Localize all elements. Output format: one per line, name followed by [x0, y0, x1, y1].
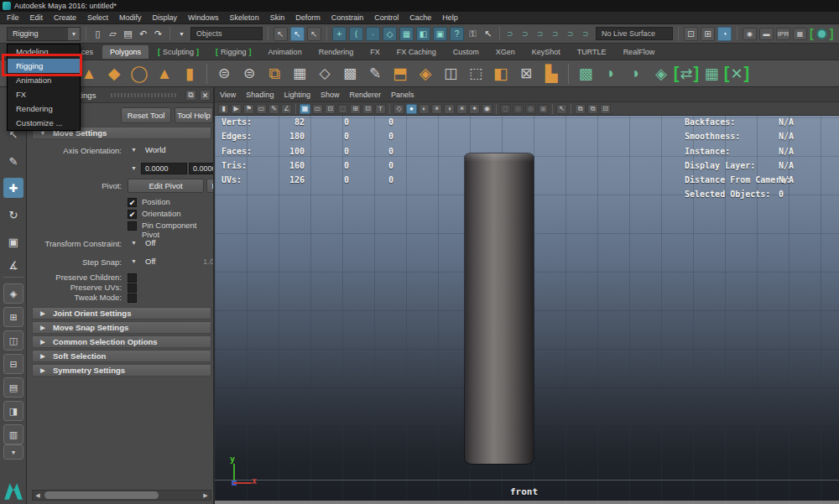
snap-to-curve-icon[interactable]: ⟨ — [349, 27, 363, 41]
horizontal-scrollbar[interactable]: ◀ ▶ — [32, 490, 211, 501]
shelf-tab-custom[interactable]: Custom — [446, 45, 487, 59]
gate-mask-icon[interactable]: ▢ — [337, 104, 348, 114]
xray-icon[interactable]: ◻ — [500, 104, 511, 114]
menu-control[interactable]: Control — [374, 13, 399, 22]
shelf-tab-xgen[interactable]: XGen — [488, 45, 523, 59]
ipr-render-icon[interactable]: IPR — [776, 28, 790, 40]
input-to-selected-icon[interactable]: ⊡ — [684, 27, 698, 41]
reset-pivot-button[interactable]: R — [206, 179, 215, 193]
select-hierarchy-icon[interactable]: ↖ — [274, 27, 288, 41]
snap-magnet-center-icon[interactable]: ∩ — [550, 28, 564, 40]
last-tool-icon[interactable]: ∡ — [3, 255, 23, 275]
bookmark-icon[interactable]: ⚑ — [243, 104, 254, 114]
pivot-dropdown-icon[interactable]: ▼ — [131, 165, 137, 171]
layout-single-pane-icon[interactable]: ◈ — [3, 283, 23, 304]
sculpt-erase-icon[interactable]: ✕ — [727, 64, 747, 84]
snap-magnet-curve-icon[interactable]: ∩ — [519, 28, 534, 40]
layout-hypershade-icon[interactable]: ◨ — [3, 401, 23, 421]
symmetry-settings-section[interactable]: ▶ Symmetry Settings — [32, 364, 211, 377]
quad-draw-icon[interactable]: ▙ — [541, 64, 561, 84]
poly-cone-icon[interactable]: ▲ — [79, 64, 99, 84]
poly-torus-icon[interactable]: ◯ — [129, 64, 149, 84]
snap-magnet-viewplane-icon[interactable]: ∩ — [565, 28, 579, 40]
vp-menu-lighting[interactable]: Lighting — [284, 91, 310, 99]
tweak-mode-checkbox[interactable] — [128, 294, 137, 303]
rotate-tool-icon[interactable]: ↻ — [3, 205, 23, 225]
select-component-icon[interactable]: ↖ — [307, 27, 321, 41]
scrollbar-thumb[interactable] — [44, 491, 159, 499]
poly-pyramid-icon[interactable]: ▲ — [154, 64, 175, 84]
transform-constraint-value[interactable]: Off — [145, 238, 156, 247]
grid-toggle-icon[interactable]: ▦ — [300, 104, 310, 114]
lock-icon[interactable]: ⚿ — [466, 27, 479, 41]
undo-icon[interactable]: ↶ — [137, 27, 149, 41]
snap-to-point-icon[interactable]: ∙ — [366, 27, 380, 41]
shelf-tab-fx[interactable]: FX — [362, 45, 388, 59]
redo-icon[interactable]: ↷ — [152, 27, 164, 41]
menu-display[interactable]: Display — [153, 13, 178, 22]
poly-cube-icon[interactable]: ◆ — [104, 64, 124, 84]
layout-uv-editor-icon[interactable]: ▥ — [3, 424, 23, 444]
sculpt-grab-icon[interactable]: ◈ — [651, 64, 671, 84]
poly-cylinder-icon[interactable]: ▮ — [180, 64, 200, 84]
preserve-children-checkbox[interactable] — [128, 273, 137, 283]
mirror-icon[interactable]: ◧ — [491, 64, 511, 84]
axis-orientation-dropdown-icon[interactable]: ▼ — [131, 147, 137, 153]
shadows-icon[interactable]: ◑ — [444, 104, 455, 114]
pivot-x-field[interactable]: 0.0000 — [141, 163, 187, 174]
selection-mask-chevron-icon[interactable]: ▼ — [175, 27, 188, 41]
tool-help-button[interactable]: Tool Help — [175, 107, 213, 123]
save-scene-icon[interactable]: ▤ — [122, 27, 134, 41]
menu-edit[interactable]: Edit — [30, 13, 44, 22]
menuset-item-customize[interactable]: Customize ... — [8, 116, 80, 130]
subdivide-icon[interactable]: ▦ — [289, 64, 310, 84]
edit-pivot-button[interactable]: Edit Pivot — [128, 179, 204, 193]
menuset-item-animation[interactable]: Animation — [8, 73, 80, 87]
snap-to-projected-center-icon[interactable]: ◇ — [383, 27, 397, 41]
chevron-down-icon[interactable]: ▼ — [68, 28, 80, 40]
target-weld-icon[interactable]: ⊠ — [516, 64, 536, 84]
transform-constraint-dropdown-icon[interactable]: ▼ — [131, 240, 137, 246]
joint-orient-settings-section[interactable]: ▶ Joint Orient Settings — [32, 307, 211, 320]
field-chart-icon[interactable]: ⊞ — [350, 104, 361, 114]
menu-windows[interactable]: Windows — [188, 13, 219, 22]
edit-edge-flow-icon[interactable]: ◫ — [440, 64, 461, 84]
safe-title-icon[interactable]: T — [375, 104, 386, 114]
sculpt-relax-icon[interactable]: ◗ — [626, 64, 646, 84]
isolate-select-icon[interactable]: ↖ — [556, 104, 567, 114]
smooth-proxy-icon[interactable]: ⊜ — [239, 64, 259, 84]
multisample-icon[interactable]: ◉ — [482, 104, 492, 114]
menu-select[interactable]: Select — [87, 13, 108, 22]
shelf-tab-rigging[interactable]: Rigging — [208, 45, 259, 59]
quick-help-icon[interactable]: ? — [450, 27, 464, 41]
make-live-icon[interactable]: ◧ — [416, 27, 430, 41]
orientation-checkbox[interactable] — [128, 210, 137, 219]
layout-menu-dropdown[interactable]: ▾ — [3, 444, 23, 460]
soft-selection-section[interactable]: ▶ Soft Selection — [32, 350, 211, 362]
smooth-shade-icon[interactable]: ● — [406, 104, 417, 114]
poly-cylinder-object[interactable] — [465, 153, 534, 464]
menu-deform[interactable]: Deform — [295, 13, 320, 22]
snap-to-grid-icon[interactable]: + — [332, 27, 347, 41]
vp-menu-shading[interactable]: Shading — [246, 91, 274, 99]
extrude-icon[interactable]: ⬒ — [390, 64, 410, 84]
sculpt-smooth-icon[interactable]: ◗ — [601, 64, 621, 84]
menu-skin[interactable]: Skin — [270, 13, 285, 22]
launch-render-icon[interactable] — [816, 29, 827, 39]
universal-manipulator-icon[interactable]: ▣ — [433, 27, 447, 41]
layout-persp-outliner-icon[interactable]: ◫ — [3, 330, 23, 351]
open-render-view-icon[interactable]: ◉ — [743, 28, 757, 40]
menu-create[interactable]: Create — [54, 13, 76, 22]
reduce-icon[interactable]: ▩ — [340, 64, 360, 84]
vp-menu-show[interactable]: Show — [320, 91, 340, 99]
shelf-tab-fx-caching[interactable]: FX Caching — [389, 45, 444, 59]
menu-cache[interactable]: Cache — [409, 13, 431, 22]
vp-menu-panels[interactable]: Panels — [391, 91, 414, 99]
reset-tool-button[interactable]: Reset Tool — [121, 107, 171, 123]
open-scene-icon[interactable]: ▱ — [107, 27, 119, 41]
axis-orientation-value[interactable]: World — [145, 145, 166, 154]
common-selection-options-section[interactable]: ▶ Common Selection Options — [32, 335, 211, 348]
vp-menu-view[interactable]: View — [220, 91, 236, 99]
snap-magnet-live-icon[interactable]: ∩ — [580, 28, 594, 40]
menuset-item-fx[interactable]: FX — [8, 87, 80, 101]
